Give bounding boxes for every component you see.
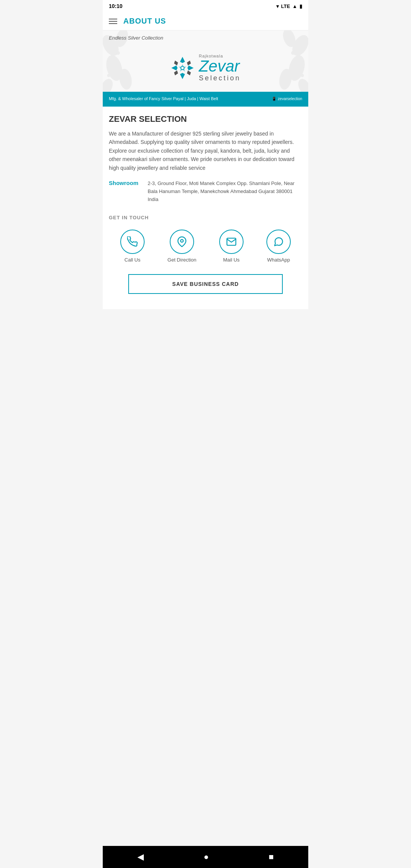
social-handle: zevarselection bbox=[278, 97, 302, 101]
phone-icon bbox=[127, 236, 138, 247]
social-icon: 📱 bbox=[272, 97, 276, 101]
svg-point-13 bbox=[301, 74, 304, 77]
get-in-touch-label: GET IN TOUCH bbox=[109, 215, 302, 220]
status-bar: 10:10 ▾ LTE ▲ ▮ bbox=[103, 0, 308, 12]
location-icon bbox=[177, 236, 187, 247]
get-direction-item[interactable]: Get Direction bbox=[167, 230, 196, 263]
contact-row: Call Us Get Direction Mail Us bbox=[109, 230, 302, 263]
banner: Endless Silver Collection bbox=[103, 30, 308, 107]
showroom-address: 2-3, Ground Floor, Moti Manek Complex Op… bbox=[148, 180, 302, 203]
svg-point-5 bbox=[116, 51, 120, 55]
hamburger-menu[interactable] bbox=[109, 19, 117, 24]
banner-social: 📱 zevarselection bbox=[272, 97, 302, 101]
signal-icon: ▲ bbox=[292, 3, 297, 9]
mail-icon bbox=[226, 236, 237, 247]
mail-us-item[interactable]: Mail Us bbox=[219, 230, 244, 263]
svg-marker-19 bbox=[187, 61, 191, 65]
brand-area: Rajkotwala Zevar Selection bbox=[170, 54, 241, 82]
svg-point-26 bbox=[180, 240, 183, 243]
page-title: ABOUT US bbox=[123, 17, 166, 26]
svg-point-25 bbox=[182, 67, 184, 69]
svg-marker-20 bbox=[174, 70, 178, 75]
lte-label: LTE bbox=[281, 3, 290, 9]
svg-point-6 bbox=[107, 74, 110, 77]
save-business-card-button[interactable]: SAVE BUSINESS CARD bbox=[128, 274, 283, 294]
call-us-item[interactable]: Call Us bbox=[120, 230, 145, 263]
mail-us-circle bbox=[219, 230, 244, 254]
showroom-label: Showroom bbox=[109, 180, 143, 203]
main-content: ZEVAR SELECTION We are a Manufacturer of… bbox=[103, 107, 308, 309]
get-direction-label: Get Direction bbox=[167, 257, 196, 263]
banner-mfg-tagline: Mfg. & Wholesaler of Fancy Silver Payal … bbox=[109, 96, 218, 101]
banner-tagline: Endless Silver Collection bbox=[109, 35, 163, 41]
whatsapp-label: WhatsApp bbox=[267, 257, 290, 263]
status-icons: ▾ LTE ▲ ▮ bbox=[276, 3, 302, 9]
svg-marker-17 bbox=[188, 65, 194, 70]
company-description: We are a Manufacturer of designer 925 st… bbox=[109, 129, 302, 172]
showroom-row: Showroom 2-3, Ground Floor, Moti Manek C… bbox=[109, 180, 302, 203]
company-name: ZEVAR SELECTION bbox=[109, 114, 302, 124]
svg-marker-14 bbox=[180, 57, 185, 63]
app-bar: ABOUT US bbox=[103, 12, 308, 30]
svg-marker-18 bbox=[174, 61, 178, 65]
svg-marker-16 bbox=[172, 65, 178, 70]
banner-bottom-bar: Mfg. & Wholesaler of Fancy Silver Payal … bbox=[103, 92, 308, 105]
mail-us-label: Mail Us bbox=[223, 257, 239, 263]
battery-icon: ▮ bbox=[299, 3, 302, 9]
brand-selection: Selection bbox=[199, 74, 241, 82]
whatsapp-icon bbox=[273, 236, 284, 247]
svg-marker-15 bbox=[180, 73, 185, 79]
call-us-circle bbox=[120, 230, 145, 254]
svg-marker-21 bbox=[187, 70, 191, 75]
call-us-label: Call Us bbox=[124, 257, 140, 263]
wifi-icon: ▾ bbox=[276, 3, 279, 9]
svg-point-12 bbox=[291, 51, 295, 55]
brand-logo bbox=[170, 56, 195, 80]
whatsapp-item[interactable]: WhatsApp bbox=[266, 230, 291, 263]
brand-text: Rajkotwala Zevar Selection bbox=[199, 54, 241, 82]
get-direction-circle bbox=[170, 230, 194, 254]
brand-zevar: Zevar bbox=[199, 58, 239, 74]
time: 10:10 bbox=[109, 3, 123, 9]
whatsapp-circle bbox=[266, 230, 291, 254]
